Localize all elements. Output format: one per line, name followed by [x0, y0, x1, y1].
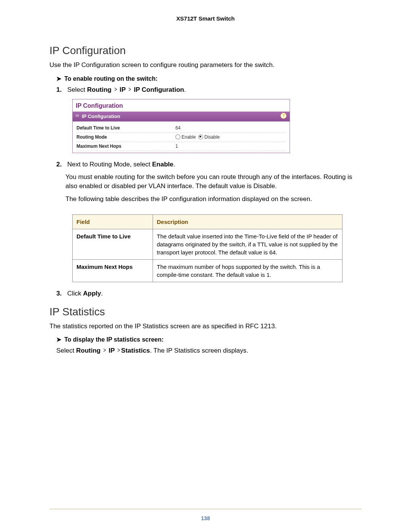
arrow-icon: ➤: [56, 75, 61, 82]
step-3: 3. Click Apply.: [56, 289, 362, 298]
ip-config-panel-screenshot: IP Configuration IP Configuration ? Defa…: [72, 99, 362, 153]
panel-subtitle-bar: IP Configuration ?: [73, 112, 290, 121]
section-ip-statistics-title: IP Statistics: [49, 306, 362, 318]
row-max-next-hops: Maximum Next Hops 1: [76, 142, 286, 151]
ip-statistics-intro: The statistics reported on the IP Statis…: [49, 322, 362, 331]
routing-enable-radio[interactable]: [175, 134, 180, 139]
ip-config-description-table: Field Description Default Time to Live T…: [72, 214, 342, 282]
th-description: Description: [153, 214, 342, 229]
table-row: Maximum Next Hops The maximum number of …: [73, 259, 342, 282]
row-default-ttl: Default Time to Live 64: [76, 124, 286, 133]
row-routing-mode: Routing Mode Enable Disable: [76, 133, 286, 142]
arrow-icon: ➤: [56, 336, 61, 343]
table-row: Default Time to Live The default value i…: [73, 229, 342, 259]
page-number: 138: [0, 515, 411, 521]
ip-config-intro: Use the IP Configuration screen to confi…: [49, 61, 362, 70]
routing-disable-radio[interactable]: [198, 134, 203, 139]
doc-header: XS712T Smart Switch: [49, 15, 362, 22]
section-ip-configuration-title: IP Configuration: [49, 45, 362, 57]
step-1: 1. Select Routing > IP > IP Configuratio…: [56, 85, 362, 153]
ip-statistics-step: Select Routing > IP >Statistics. The IP …: [56, 346, 362, 355]
step-2-para-2: The following table describes the IP con…: [65, 195, 362, 204]
th-field: Field: [73, 214, 153, 229]
panel-title: IP Configuration: [73, 99, 290, 112]
task-display-ip-statistics: ➤To display the IP statistics screen:: [56, 336, 362, 343]
step-2: 2. Next to Routing Mode, select Enable. …: [56, 160, 362, 282]
help-icon[interactable]: ?: [280, 113, 287, 119]
task-enable-routing: ➤To enable routing on the switch:: [56, 75, 362, 82]
footer-rule: [49, 509, 362, 509]
step-2-para-1: You must enable routing for the switch b…: [65, 173, 362, 191]
drag-dots-icon: [76, 115, 80, 118]
